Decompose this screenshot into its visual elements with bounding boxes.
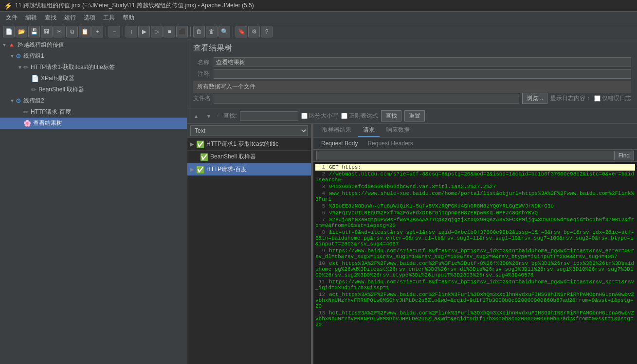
remote-run-toolbar-btn[interactable]: ⚙ xyxy=(248,26,260,37)
template-toolbar-btn[interactable]: 🔖 xyxy=(236,26,247,37)
regex-checkbox[interactable] xyxy=(341,113,347,119)
name-row: 名称: xyxy=(193,57,631,67)
rt-arrow-icon[interactable]: ▶ xyxy=(190,141,194,147)
copy-toolbar-btn[interactable]: ⧉ xyxy=(66,26,78,37)
detail-tab-request[interactable]: 请求 xyxy=(358,124,380,137)
tree-item-8[interactable]: 🌸查看结果树 xyxy=(0,118,187,129)
detail-tabs: 取样器结果请求响应数据 xyxy=(313,124,637,138)
tree-arrow-icon[interactable]: ▼ xyxy=(2,42,7,48)
tree-arrow-icon[interactable]: ▼ xyxy=(18,65,22,70)
menu-item-运行[interactable]: 运行 xyxy=(60,13,80,23)
cut-toolbar-btn[interactable]: ✂ xyxy=(54,26,65,37)
clear-all-toolbar-btn[interactable]: 🗑 xyxy=(206,26,218,37)
right-panel: 查看结果树 名称: 注释: 所有数据写入一个文件 文件名 浏览... 显示日志内… xyxy=(187,39,637,364)
tree-item-icon: ✏ xyxy=(23,64,29,71)
line-number: 5 xyxy=(315,203,325,209)
sub-tab-request-headers[interactable]: Request Headers xyxy=(364,139,417,148)
browse-button[interactable]: 浏览... xyxy=(522,93,547,104)
tree-item-3[interactable]: ▼✏HTTP请求1-获取itcast的title标签 xyxy=(0,62,187,73)
file-input[interactable] xyxy=(214,94,519,104)
file-row-label: 所有数据写入一个文件 xyxy=(197,83,627,91)
detail-tab-response-data[interactable]: 响应数据 xyxy=(382,124,415,137)
tree-arrow-icon[interactable]: ▼ xyxy=(10,98,15,104)
line-number: 7 xyxy=(315,217,325,223)
menu-item-编辑[interactable]: 编辑 xyxy=(21,13,41,23)
tree-item-label: HTTP请求1-获取itcast的title标签 xyxy=(31,63,115,71)
find-button[interactable]: Find xyxy=(614,151,634,160)
code-line-9: 9https://www.baidu.com/s?ie=utf-8&f=8&rs… xyxy=(315,247,635,260)
find-input[interactable] xyxy=(316,151,614,160)
line-number: 12 xyxy=(315,292,325,297)
search-input[interactable] xyxy=(240,111,298,121)
tree-item-label: XPath提取器 xyxy=(41,74,74,83)
line-number: 4 xyxy=(315,191,325,196)
vrt-title: 查看结果树 xyxy=(193,43,631,53)
open-toolbar-btn[interactable]: 📂 xyxy=(16,26,27,37)
new-toolbar-btn[interactable]: 📄 xyxy=(3,26,15,37)
save-as-toolbar-btn[interactable]: 🖬 xyxy=(41,26,53,37)
case-sensitive-checkbox[interactable] xyxy=(301,113,308,119)
filter-down-btn[interactable]: ▼ xyxy=(204,112,214,121)
expand-toolbar-btn[interactable]: ↕ xyxy=(126,26,137,37)
menu-item-查找[interactable]: 查找 xyxy=(41,13,60,23)
results-tree-items: ▶✅HTTP请求1-获取itcast的title✅BeanShell 取样器▶✅… xyxy=(187,138,311,176)
code-line-12: 12act_https%3A%2F%2Fwww.baidu.com%2Flink… xyxy=(315,291,635,310)
filter-bar: ▲ ▼ ··· 查找: 区分大小写 正则表达式 查找 重置 xyxy=(187,108,637,124)
regex-label: 正则表达式 xyxy=(341,112,378,120)
detail-tab-sampler-result[interactable]: 取样器结果 xyxy=(317,124,356,137)
menu-item-帮助[interactable]: 帮助 xyxy=(119,13,138,23)
comment-row: 注释: xyxy=(193,69,631,79)
menu-item-文件[interactable]: 文件 xyxy=(2,13,21,23)
detail-sub-tabs: Request Body Request Headers xyxy=(313,138,637,150)
code-line-13: 13hct_https%3A%2F%2Fwww.baidu.com%2Flink… xyxy=(315,310,635,328)
redo-toolbar-btn[interactable]: − xyxy=(109,26,120,37)
tree-item-6[interactable]: ▼⚙线程组2 xyxy=(0,95,187,106)
tree-item-5[interactable]: ✏BeanShell 取样器 xyxy=(0,84,187,95)
code-line-3: 394536650efcd0e5684b66dbcwrd.var.3=itl.1… xyxy=(315,183,635,190)
tree-item-4[interactable]: 📄XPath提取器 xyxy=(0,73,187,84)
tree-item-2[interactable]: ▼⚙线程组1 xyxy=(0,51,187,62)
stop-toolbar-btn[interactable]: ■ xyxy=(164,26,175,37)
comment-input[interactable] xyxy=(214,69,631,79)
rt-item-label: HTTP请求1-获取itcast的title xyxy=(206,140,279,148)
comment-label: 注释: xyxy=(193,70,211,78)
rt-item-2[interactable]: ✅BeanShell 取样器 xyxy=(187,151,311,163)
results-tree: Text JSON XML HTML ▶✅HTTP请求1-获取itcast的ti… xyxy=(187,124,311,364)
tree-arrow-icon[interactable]: ▼ xyxy=(10,53,15,59)
main-layout: ▼🔺跨越线程组的传值▼⚙线程组1▼✏HTTP请求1-获取itcast的title… xyxy=(0,39,637,364)
only-error-label: 仅错误日志 xyxy=(594,94,631,103)
browse-toolbar-btn[interactable]: 🔍 xyxy=(218,26,230,37)
name-input[interactable] xyxy=(214,57,631,67)
left-panel: ▼🔺跨越线程组的传值▼⚙线程组1▼✏HTTP请求1-获取itcast的title… xyxy=(0,39,187,364)
stop-now-toolbar-btn[interactable]: ⬛ xyxy=(176,26,188,37)
filter-up-btn[interactable]: ▲ xyxy=(191,112,201,121)
line-number: 9 xyxy=(315,248,325,254)
menu-item-工具[interactable]: 工具 xyxy=(99,13,119,23)
paste-toolbar-btn[interactable]: 📋 xyxy=(79,26,91,37)
rt-item-label: BeanShell 取样器 xyxy=(210,153,256,161)
sub-tab-request-body[interactable]: Request Body xyxy=(317,139,362,148)
filter-more-btn[interactable]: ··· xyxy=(217,113,220,119)
menu-item-选项[interactable]: 选项 xyxy=(80,13,99,23)
rt-item-3[interactable]: ▶✅HTTP请求-百度 xyxy=(187,163,311,176)
vrt-header: 查看结果树 名称: 注释: 所有数据写入一个文件 文件名 浏览... 显示日志内… xyxy=(187,39,637,108)
tree-item-icon: ✏ xyxy=(23,108,29,116)
rt-arrow-icon[interactable]: ▶ xyxy=(190,167,194,172)
title-icon: ⚡ xyxy=(4,2,12,10)
reset-button[interactable]: 重置 xyxy=(404,110,425,121)
only-error-checkbox[interactable] xyxy=(594,95,601,102)
format-select[interactable]: Text JSON XML HTML xyxy=(190,125,308,136)
undo-toolbar-btn[interactable]: + xyxy=(91,26,103,37)
file-row: 所有数据写入一个文件 xyxy=(193,81,631,93)
line-number: 10 xyxy=(315,260,325,266)
help-toolbar-btn[interactable]: ? xyxy=(261,26,273,37)
run-from-toolbar-btn[interactable]: ▷ xyxy=(151,26,163,37)
tree-item-7[interactable]: ✏HTTP请求-百度 xyxy=(0,106,187,118)
search-button[interactable]: 查找 xyxy=(381,110,401,121)
run-toolbar-btn[interactable]: ▶ xyxy=(138,26,150,37)
tree-item-1[interactable]: ▼🔺跨越线程组的传值 xyxy=(0,39,187,51)
save-toolbar-btn[interactable]: 💾 xyxy=(28,26,40,37)
tree-item-icon: ✏ xyxy=(31,86,36,93)
clear-toolbar-btn[interactable]: 🗑 xyxy=(193,26,205,37)
rt-item-1[interactable]: ▶✅HTTP请求1-获取itcast的title xyxy=(187,138,311,151)
